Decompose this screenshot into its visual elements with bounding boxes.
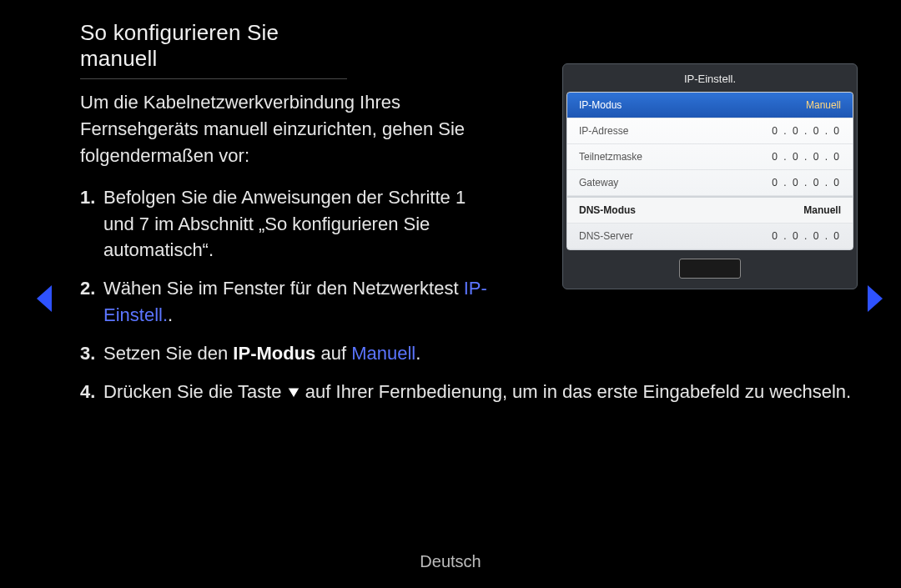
row-subnet-mask[interactable]: Teilnetzmaske 0 . 0 . 0 . 0 (567, 144, 853, 170)
panel-footer (566, 250, 853, 279)
step-text: Wähen Sie im Fenster für den Netzwerktes… (103, 278, 464, 299)
row-label: DNS-Modus (579, 204, 636, 216)
step-number: 2. (80, 275, 103, 329)
ip-mode-keyword: IP-Modus (233, 343, 315, 364)
row-value: Manuell (806, 99, 841, 111)
row-label: Gateway (579, 177, 618, 188)
step-text: Drücken Sie die Taste (103, 381, 287, 402)
step-body: Befolgen Sie die Anweisungen der Schritt… (103, 184, 487, 264)
svg-marker-2 (288, 388, 299, 398)
row-gateway[interactable]: Gateway 0 . 0 . 0 . 0 (567, 170, 853, 196)
panel-frame: IP-Einstell. IP-Modus Manuell IP-Adresse… (562, 63, 858, 289)
panel-title: IP-Einstell. (566, 68, 853, 92)
row-dns-server[interactable]: DNS-Server 0 . 0 . 0 . 0 (567, 224, 853, 249)
page-heading: So konfigurieren Sie manuell (80, 20, 347, 79)
panel-body: IP-Modus Manuell IP-Adresse 0 . 0 . 0 . … (566, 92, 853, 250)
language-footer: Deutsch (0, 552, 901, 571)
step-body: Wähen Sie im Fenster für den Netzwerktes… (103, 275, 487, 329)
step-text: Setzen Sie den (103, 343, 233, 364)
row-ip-mode[interactable]: IP-Modus Manuell (567, 93, 853, 118)
row-label: DNS-Server (579, 230, 633, 242)
step-body: Setzen Sie den IP-Modus auf Manuell. (103, 340, 420, 367)
step-number: 3. (80, 340, 103, 367)
step-number: 1. (80, 184, 103, 264)
step-text: . (168, 304, 173, 325)
prev-page-arrow[interactable] (33, 284, 55, 314)
step-body: Drücken Sie die Taste auf Ihrer Fernbedi… (103, 379, 851, 405)
intro-text: Um die Kabelnetzwerkverbindung Ihres Fer… (80, 89, 481, 169)
step-text: . (415, 343, 420, 364)
row-ip-address[interactable]: IP-Adresse 0 . 0 . 0 . 0 (567, 118, 853, 144)
row-dns-mode[interactable]: DNS-Modus Manuell (567, 196, 853, 224)
row-label: Teilnetzmaske (579, 151, 642, 163)
svg-marker-1 (868, 285, 883, 312)
step-3: 3. Setzen Sie den IP-Modus auf Manuell. (80, 340, 861, 367)
remote-down-icon (287, 387, 300, 399)
row-value: 0 . 0 . 0 . 0 (772, 230, 841, 242)
row-value: 0 . 0 . 0 . 0 (772, 125, 841, 137)
svg-marker-0 (37, 285, 52, 312)
step-number: 4. (80, 379, 103, 405)
step-text: auf Ihrer Fernbedienung, um in das erste… (300, 381, 851, 402)
next-page-arrow[interactable] (864, 284, 886, 314)
row-label: IP-Adresse (579, 125, 628, 137)
help-page: So konfigurieren Sie manuell Um die Kabe… (0, 0, 901, 588)
manual-keyword: Manuell (351, 343, 415, 364)
ip-settings-panel: IP-Einstell. IP-Modus Manuell IP-Adresse… (562, 63, 858, 289)
row-label: IP-Modus (579, 99, 622, 111)
row-value: 0 . 0 . 0 . 0 (772, 151, 841, 163)
ok-button[interactable] (679, 259, 741, 279)
row-value: 0 . 0 . 0 . 0 (772, 177, 841, 188)
step-text: auf (315, 343, 351, 364)
row-value: Manuell (803, 204, 841, 216)
step-4: 4. Drücken Sie die Taste auf Ihrer Fernb… (80, 379, 861, 405)
